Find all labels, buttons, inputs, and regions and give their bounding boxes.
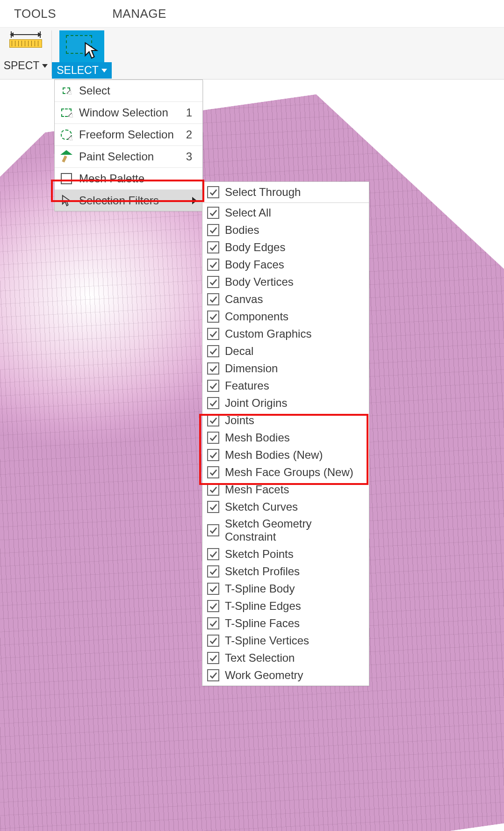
filter-select-all[interactable]: Select All xyxy=(202,204,369,221)
checkbox-checked-icon[interactable] xyxy=(207,293,219,305)
menu-item-shortcut: 3 xyxy=(186,150,197,163)
checkbox-checked-icon[interactable] xyxy=(207,652,219,664)
chevron-down-icon xyxy=(101,69,107,72)
filter-tspline-body[interactable]: T-Spline Body xyxy=(202,580,369,597)
filter-label: Custom Graphics xyxy=(225,327,311,340)
menu-item-label: Freeform Selection xyxy=(79,128,174,141)
menu-item-paint-selection[interactable]: Paint Selection 3 xyxy=(55,145,202,167)
select-icon xyxy=(59,84,73,98)
filter-label: Sketch Profiles xyxy=(225,565,300,578)
checkbox-checked-icon[interactable] xyxy=(207,432,219,444)
filter-label: T-Spline Vertices xyxy=(225,634,309,647)
ribbon-toolbar: SPECT SELECT xyxy=(0,27,504,79)
filter-mesh-bodies-new[interactable]: Mesh Bodies (New) xyxy=(202,446,369,463)
filter-label: Select All xyxy=(225,206,271,219)
checkbox-checked-icon[interactable] xyxy=(207,484,219,496)
filter-label: Features xyxy=(225,379,269,392)
menu-item-mesh-palette[interactable]: Mesh Palette xyxy=(55,167,202,189)
select-label: SELECT xyxy=(57,64,98,77)
filter-label: Dimension xyxy=(225,362,278,375)
filter-mesh-face-groups-new[interactable]: Mesh Face Groups (New) xyxy=(202,463,369,481)
filter-sketch-curves[interactable]: Sketch Curves xyxy=(202,498,369,515)
filter-label: Work Geometry xyxy=(225,669,303,682)
tab-tools[interactable]: TOOLS xyxy=(0,0,70,28)
checkbox-checked-icon[interactable] xyxy=(207,311,219,323)
select-dropdown[interactable]: SELECT xyxy=(52,62,111,79)
checkbox-checked-icon[interactable] xyxy=(207,207,219,219)
filter-bodies[interactable]: Bodies xyxy=(202,221,369,238)
checkbox-checked-icon[interactable] xyxy=(207,397,219,409)
filter-label: Mesh Face Groups (New) xyxy=(225,466,353,479)
checkbox-checked-icon[interactable] xyxy=(207,501,219,513)
checkbox-checked-icon[interactable] xyxy=(207,345,219,357)
filter-work-geometry[interactable]: Work Geometry xyxy=(202,666,369,684)
freeform-selection-icon xyxy=(59,128,73,142)
filter-custom-graphics[interactable]: Custom Graphics xyxy=(202,325,369,342)
filter-label: Sketch Geometry Constraint xyxy=(225,517,362,543)
checkbox-checked-icon[interactable] xyxy=(207,259,219,271)
checkbox-checked-icon[interactable] xyxy=(207,414,219,426)
menu-item-shortcut: 1 xyxy=(186,106,197,119)
filter-tspline-edges[interactable]: T-Spline Edges xyxy=(202,597,369,614)
checkbox-checked-icon[interactable] xyxy=(207,565,219,578)
menu-item-label: Window Selection xyxy=(79,106,168,119)
checkbox-checked-icon[interactable] xyxy=(207,583,219,595)
filter-label: Mesh Bodies (New) xyxy=(225,448,323,462)
filter-body-vertices[interactable]: Body Vertices xyxy=(202,273,369,290)
filter-tspline-vertices[interactable]: T-Spline Vertices xyxy=(202,632,369,649)
filter-mesh-facets[interactable]: Mesh Facets xyxy=(202,481,369,498)
select-tool-button[interactable] xyxy=(59,30,104,62)
filter-tspline-faces[interactable]: T-Spline Faces xyxy=(202,614,369,632)
menu-item-select[interactable]: Select xyxy=(55,80,202,101)
filter-body-faces[interactable]: Body Faces xyxy=(202,256,369,273)
filter-decal[interactable]: Decal xyxy=(202,342,369,360)
inspect-label: SPECT xyxy=(4,59,40,72)
checkbox-checked-icon[interactable] xyxy=(207,524,219,536)
checkbox-checked-icon[interactable] xyxy=(207,617,219,629)
selection-filters-submenu: Select Through Select All Bodies Body Ed… xyxy=(202,181,369,686)
filter-label: Select Through xyxy=(225,186,301,199)
checkbox-checked-icon[interactable] xyxy=(207,362,219,375)
filter-joints[interactable]: Joints xyxy=(202,412,369,429)
filter-sketch-profiles[interactable]: Sketch Profiles xyxy=(202,563,369,580)
filter-label: Bodies xyxy=(225,224,259,237)
filter-label: Joints xyxy=(225,414,254,427)
checkbox-checked-icon[interactable] xyxy=(207,224,219,236)
checkbox-checked-icon[interactable] xyxy=(207,669,219,681)
menu-item-freeform-selection[interactable]: Freeform Selection 2 xyxy=(55,123,202,145)
filter-features[interactable]: Features xyxy=(202,377,369,394)
menu-item-window-selection[interactable]: Window Selection 1 xyxy=(55,101,202,123)
filter-canvas[interactable]: Canvas xyxy=(202,290,369,308)
menu-item-label: Mesh Palette xyxy=(79,172,144,185)
filter-components[interactable]: Components xyxy=(202,308,369,325)
checkbox-checked-icon[interactable] xyxy=(207,548,219,560)
filter-label: T-Spline Edges xyxy=(225,600,301,613)
checkbox-checked-icon[interactable] xyxy=(207,600,219,612)
filter-label: Mesh Bodies xyxy=(225,431,290,444)
filter-mesh-bodies[interactable]: Mesh Bodies xyxy=(202,429,369,446)
filter-label: Text Selection xyxy=(225,651,295,665)
filter-joint-origins[interactable]: Joint Origins xyxy=(202,394,369,412)
checkbox-checked-icon[interactable] xyxy=(207,635,219,647)
cursor-icon xyxy=(84,42,100,59)
filter-text-selection[interactable]: Text Selection xyxy=(202,649,369,666)
checkbox-checked-icon[interactable] xyxy=(207,186,219,198)
filter-label: T-Spline Body xyxy=(225,582,295,595)
inspect-dropdown[interactable]: SPECT xyxy=(0,58,52,74)
tab-manage[interactable]: MANAGE xyxy=(98,0,180,28)
checkbox-checked-icon[interactable] xyxy=(207,276,219,288)
chevron-down-icon xyxy=(42,64,48,68)
measure-icon[interactable] xyxy=(9,29,43,58)
filter-body-edges[interactable]: Body Edges xyxy=(202,238,369,256)
filter-sketch-points[interactable]: Sketch Points xyxy=(202,545,369,563)
menu-item-selection-filters[interactable]: Selection Filters xyxy=(55,189,202,211)
filter-select-through[interactable]: Select Through xyxy=(202,184,369,203)
checkbox-checked-icon[interactable] xyxy=(207,328,219,340)
checkbox-checked-icon[interactable] xyxy=(207,241,219,253)
filter-label: Sketch Curves xyxy=(225,500,298,513)
filter-sketch-geometry-constraint[interactable]: Sketch Geometry Constraint xyxy=(202,515,369,545)
filter-dimension[interactable]: Dimension xyxy=(202,360,369,377)
checkbox-checked-icon[interactable] xyxy=(207,380,219,392)
checkbox-checked-icon[interactable] xyxy=(207,466,219,478)
checkbox-checked-icon[interactable] xyxy=(207,449,219,461)
